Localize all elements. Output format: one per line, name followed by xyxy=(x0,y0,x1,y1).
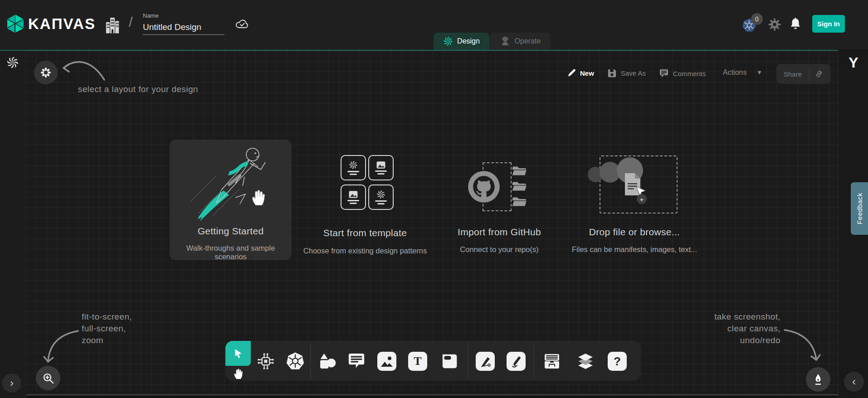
help-tool-tile: ? xyxy=(608,352,627,371)
chevron-left-icon: ‹ xyxy=(852,375,856,388)
expand-left-panel-button[interactable]: › xyxy=(2,374,21,393)
view-controls-arrow xyxy=(40,325,83,368)
drawer-tool[interactable] xyxy=(541,351,562,372)
design-spiral-icon xyxy=(443,36,453,46)
tile-line xyxy=(377,173,385,175)
folder-icon xyxy=(512,180,527,191)
start-from-template-card[interactable]: Start from template xyxy=(308,228,422,238)
tile-line xyxy=(375,170,387,172)
pan-tool[interactable] xyxy=(225,366,251,381)
design-spiral-icon xyxy=(349,160,358,170)
template-card-icons xyxy=(341,155,392,210)
name-underline xyxy=(143,34,224,35)
tile-line xyxy=(377,203,385,204)
import-from-github-card[interactable]: Import from GitHub xyxy=(443,227,556,238)
share-label: Share xyxy=(784,70,802,78)
components-icon xyxy=(256,352,275,371)
template-tile-image xyxy=(368,155,394,180)
kubernetes-tool[interactable] xyxy=(285,351,306,372)
card-subtitle: Choose from existing design patterns xyxy=(297,247,433,255)
select-tool[interactable] xyxy=(225,341,251,366)
layers-tool-icon xyxy=(575,351,595,371)
folder-icon xyxy=(512,195,527,207)
hint-line: take screenshot, xyxy=(714,311,780,323)
pencil-icon xyxy=(566,68,576,78)
shapes-tool[interactable] xyxy=(317,351,338,372)
doodle-tool[interactable] xyxy=(506,351,527,372)
layout-hint-arrow xyxy=(58,53,109,86)
help-tool[interactable]: ? xyxy=(607,351,628,372)
canvas-actions-button[interactable] xyxy=(806,367,830,392)
hint-line: fit-to-screen, xyxy=(82,311,132,323)
layout-hint-text: select a layout for your design xyxy=(78,84,198,94)
comments-button[interactable]: Comments xyxy=(658,68,706,79)
actions-menu[interactable]: Actions ▾ xyxy=(723,68,761,77)
share-divider xyxy=(809,68,809,80)
collapse-right-button[interactable]: ‹ xyxy=(844,372,864,392)
card-title: Getting Started xyxy=(170,226,292,237)
design-name-input[interactable]: Untitled Design xyxy=(143,22,224,32)
layout-flower-icon xyxy=(40,67,51,78)
drawer-tool-icon xyxy=(542,351,562,371)
comments-icon xyxy=(658,68,669,79)
plus-icon: + xyxy=(640,195,644,203)
comment-tool[interactable] xyxy=(346,351,367,372)
components-tool[interactable] xyxy=(255,351,276,372)
tile-line xyxy=(347,171,359,172)
hint-line: zoom xyxy=(82,335,132,346)
feedback-tab[interactable]: Feedback xyxy=(851,182,868,235)
pen-nib-icon xyxy=(812,373,824,386)
layers-tool[interactable] xyxy=(575,351,596,372)
tab-design[interactable]: Design xyxy=(434,33,489,50)
bell-icon[interactable] xyxy=(789,17,802,31)
tab-design-label: Design xyxy=(457,37,480,45)
share-button[interactable]: Share xyxy=(776,64,831,84)
chevron-down-icon: ▾ xyxy=(757,68,761,77)
text-tool[interactable]: T xyxy=(407,351,428,372)
getting-started-illustration xyxy=(181,143,281,223)
text-tool-tile: T xyxy=(408,352,427,371)
kubernetes-context-badge[interactable]: 0 xyxy=(751,13,763,25)
design-name-field[interactable]: Name Untitled Design xyxy=(143,12,224,35)
dock-divider xyxy=(310,343,311,379)
card-subtitle: Connect to your repo(s) xyxy=(443,245,556,254)
link-icon[interactable] xyxy=(814,69,824,78)
comments-label: Comments xyxy=(673,70,706,78)
pen-tool[interactable] xyxy=(475,351,496,372)
save-as-label: Save As xyxy=(621,69,646,77)
save-as-button[interactable]: Save As xyxy=(607,68,646,78)
zoom-controls-button[interactable] xyxy=(36,366,60,390)
template-tile-design xyxy=(341,155,366,180)
canvas-top-border xyxy=(0,50,838,51)
sign-in-button[interactable]: Sign In xyxy=(812,15,845,33)
getting-started-card[interactable]: Getting Started Walk-throughs and sample… xyxy=(170,140,292,260)
tile-line xyxy=(350,203,357,204)
brand-name: KAΠVAS xyxy=(28,15,96,33)
note-tool[interactable] xyxy=(439,351,460,372)
canvas-scrollbar[interactable] xyxy=(26,394,838,395)
dock-divider xyxy=(534,343,534,379)
new-button[interactable]: New xyxy=(566,68,594,78)
kanvas-logo[interactable] xyxy=(5,14,25,34)
save-icon xyxy=(607,68,617,78)
cloud-sync-icon[interactable] xyxy=(234,17,250,31)
hand-cursor xyxy=(249,186,267,206)
pen-tool-tile xyxy=(476,352,495,371)
left-rail xyxy=(0,51,26,398)
select-tool-icon xyxy=(232,348,244,359)
comment-tool-icon xyxy=(346,351,366,371)
kubernetes-tool-icon xyxy=(285,351,305,371)
spiral-loader-icon xyxy=(6,56,19,69)
drop-file-card[interactable]: Drop file or browse... xyxy=(578,227,691,238)
select-layout-button[interactable] xyxy=(34,61,58,84)
image-tool[interactable] xyxy=(376,351,397,372)
folder-icon xyxy=(512,164,527,176)
image-icon xyxy=(376,161,386,169)
tab-operate[interactable]: Operate xyxy=(490,33,551,50)
feedback-label: Feedback xyxy=(856,193,863,224)
tab-operate-label: Operate xyxy=(515,37,541,45)
organization-icon[interactable] xyxy=(105,16,120,34)
design-spiral-icon xyxy=(376,190,385,199)
name-label: Name xyxy=(143,12,224,19)
gear-icon[interactable] xyxy=(768,18,781,31)
